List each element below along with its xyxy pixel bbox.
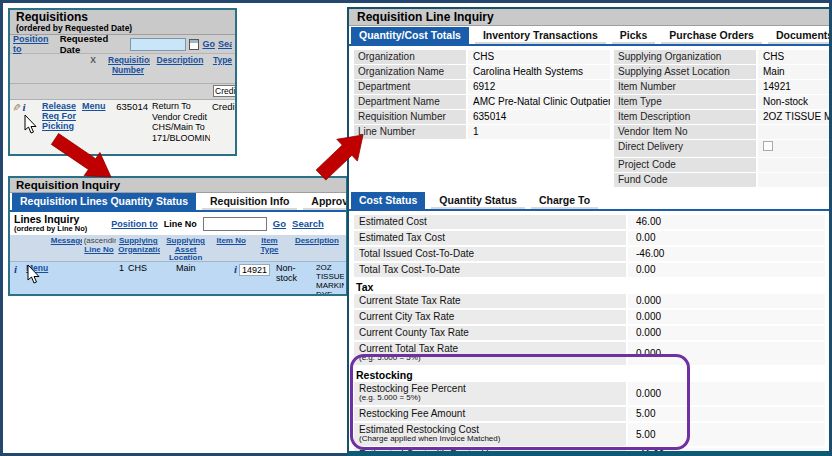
release-req-for-picking-link[interactable]: Release Req For Picking [42,101,76,131]
search-link[interactable]: Search [292,218,324,229]
field-label: Department Name [354,95,466,109]
tab-cost-status[interactable]: Cost Status [351,192,425,209]
requested-date-input[interactable] [130,38,186,51]
estimated-cost-value: 46.00 [628,215,825,229]
description-cell: Return To Vendor Credit CHS/Main To 171/… [150,100,210,156]
menu-link[interactable]: Menu [26,263,48,273]
cost-row-label: Total Issued Cost-To-Date [354,247,626,261]
type-filter-input[interactable]: Credit [213,85,235,97]
requisitions-table: X Requisition Number Description Type Cr… [10,54,235,156]
tab-charge-to[interactable]: Charge To [531,192,598,209]
tab-documents[interactable]: Documents [768,27,831,44]
tab-quantity-cost-totals[interactable]: Quantity/Cost Totals [351,27,469,44]
item-info-icon[interactable]: i [232,263,239,275]
column-type[interactable]: Type [213,55,232,65]
calendar-icon[interactable] [189,39,199,50]
menu-link[interactable]: Menu [82,101,106,111]
description-cell: 2OZ TISSUE MARKING DYE [314,262,344,296]
position-to-link[interactable]: Position to [111,219,158,229]
cost-row-label: Current County Tax Rate [354,326,626,340]
edit-pencil-icon[interactable]: ✎ [11,103,22,111]
go-link[interactable]: Go [273,218,286,229]
column-item-no[interactable]: Item No [217,236,246,245]
line-no-label: Line No [164,219,197,229]
column-messages[interactable]: Messages [51,236,82,245]
requisitions-subtitle: (ordered by Requested Date) [16,24,229,33]
cost-row-note: (e.g. 5.000 = 5%) [359,354,621,362]
search-link[interactable]: Search [218,39,232,49]
tab-inventory-transactions[interactable]: Inventory Transactions [475,27,606,44]
county-tax-rate-value: 0.000 [628,326,825,340]
field-label: Requisition Number [354,110,466,124]
estimated-tax-cost-value: 0.00 [628,231,825,245]
requisition-inquiry-tabs: Requisition Lines Quantity Status Requis… [10,193,346,212]
item-description-value: 2OZ TISSUE MARKING DYE [758,110,831,124]
field-label: Supplying Asset Location [614,65,756,79]
tab-requisition-lines-quantity-status[interactable]: Requisition Lines Quantity Status [12,193,196,210]
column-description[interactable]: Description [295,236,339,245]
line-inquiry-title: Requisition Line Inquiry [357,9,821,25]
tab-approvals[interactable]: Approvals [303,193,348,210]
field-label: Supplying Organization [614,50,756,64]
line-no-input[interactable] [203,217,267,231]
lines-table-header: Messages (ascending)Line No Supplying Or… [10,235,346,262]
lines-inquiry-controls: Lines Inquiry (ordered by Line No) Posit… [10,212,346,235]
requisition-line-inquiry-window: Requisition Line Inquiry Quantity/Cost T… [347,7,831,456]
tab-requisition-info[interactable]: Requisition Info [202,193,297,210]
tab-purchase-orders[interactable]: Purchase Orders [661,27,762,44]
estimated-cost-with-restocking-value: -41.00 [628,448,825,456]
field-label: Item Number [614,80,756,94]
cost-status-panel: Estimated Cost46.00 Estimated Tax Cost0.… [349,211,829,456]
go-link[interactable]: Go [202,39,215,49]
column-clear[interactable]: X [80,54,106,83]
line-inquiry-fields: OrganizationCHS Organization NameCarolin… [349,46,829,189]
lines-row: i Menu 1 CHS Main i14921 Non-stock 2OZ T… [10,262,346,296]
info-icon[interactable]: i [12,263,19,275]
field-label: Organization Name [354,65,466,79]
column-line-no[interactable]: Line No [84,245,113,254]
requisition-inquiry-titlebar: Requisition Inquiry [10,178,346,193]
restocking-fee-amount-value: 5.00 [628,407,825,421]
tab-quantity-status[interactable]: Quantity Status [431,192,525,209]
line-inquiry-tabs: Quantity/Cost Totals Inventory Transacti… [349,26,829,46]
item-type-cell: Non-stock [274,262,314,296]
project-code-value [758,158,831,172]
cost-status-tabs: Cost Status Quantity Status Charge To [349,191,829,211]
cost-row-label: Restocking Fee Amount [354,407,626,421]
column-item-type[interactable]: Item Type [260,236,278,254]
direct-delivery-checkbox[interactable] [763,141,773,151]
tab-picks[interactable]: Picks [612,27,655,44]
cost-row-note: (e.g. 5.000 = 5%) [359,394,621,402]
requisition-number-cell: 635014 [106,100,150,156]
item-number-value: 14921 [758,80,831,94]
tax-section-header: Tax [354,279,825,294]
requisitions-table-header: X Requisition Number Description Type [10,54,235,84]
field-label: Direct Delivery [614,140,756,157]
column-supplying-organization[interactable]: Supplying Organization [118,236,160,254]
organization-name-value: Carolina Health Systems [468,65,610,79]
requisitions-row: ✎i Release Req For Picking Menu 635014 R… [10,100,235,156]
line-inquiry-titlebar: Requisition Line Inquiry [349,9,829,26]
requisitions-filter-row: Credit [10,84,235,100]
column-supplying-asset-location[interactable]: Supplying Asset Location [166,236,205,261]
line-number-value: 1 [468,125,610,139]
item-type-value: Non-stock [758,95,831,109]
item-no-cell[interactable]: 14921 [239,264,270,276]
column-description[interactable]: Description [157,55,204,65]
cost-row-label: Total Tax Cost-To-Date [354,263,626,277]
line-no-cell: 1 [88,262,126,296]
total-tax-rate-value: 0.000 [628,342,825,365]
cost-row-label: Estimated Cost [354,215,626,229]
lines-inquiry-subtitle: (ordered by Line No) [14,225,87,233]
field-label: Organization [354,50,466,64]
field-label: Fund Code [614,173,756,187]
column-requisition-number[interactable]: Requisition Number [108,55,150,75]
field-label: Project Code [614,158,756,172]
position-to-link[interactable]: Position to [13,34,57,54]
cost-row-label: Current City Tax Rate [354,310,626,324]
fund-code-value [758,173,831,187]
requisition-inquiry-title: Requisition Inquiry [16,178,340,192]
field-label: Item Description [614,110,756,124]
cost-row-note: (Charge applied when Invoice Matched) [359,435,621,443]
cost-row-label: Current State Tax Rate [354,294,626,308]
